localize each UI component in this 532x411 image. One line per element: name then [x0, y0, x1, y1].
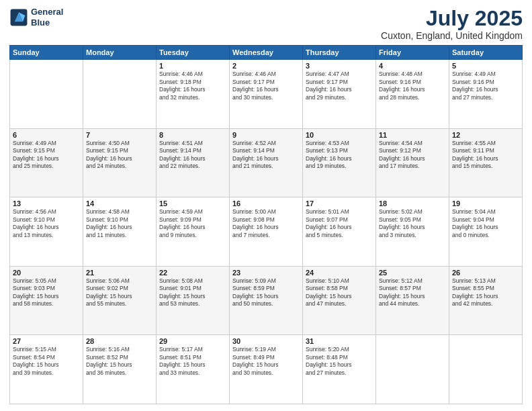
- header: General Blue July 2025 Cuxton, England, …: [9, 7, 523, 41]
- calendar-cell: 4Sunrise: 4:48 AM Sunset: 9:16 PM Daylig…: [376, 60, 449, 129]
- calendar-cell: 19Sunrise: 5:04 AM Sunset: 9:04 PM Dayli…: [449, 197, 523, 267]
- cell-info: Sunrise: 5:16 AM Sunset: 8:52 PM Dayligh…: [86, 346, 153, 377]
- cell-info: Sunrise: 4:47 AM Sunset: 9:17 PM Dayligh…: [306, 71, 373, 101]
- col-header-sunday: Sunday: [10, 46, 83, 60]
- calendar-cell: [449, 335, 523, 404]
- cell-info: Sunrise: 5:09 AM Sunset: 8:59 PM Dayligh…: [232, 277, 300, 308]
- calendar-cell: 15Sunrise: 4:59 AM Sunset: 9:09 PM Dayli…: [157, 197, 230, 267]
- day-number: 2: [232, 62, 300, 70]
- cell-info: Sunrise: 5:19 AM Sunset: 8:49 PM Dayligh…: [232, 346, 300, 377]
- cell-info: Sunrise: 4:56 AM Sunset: 9:10 PM Dayligh…: [13, 208, 80, 239]
- cell-info: Sunrise: 5:08 AM Sunset: 9:01 PM Dayligh…: [159, 277, 226, 308]
- cell-info: Sunrise: 4:49 AM Sunset: 9:16 PM Dayligh…: [452, 71, 519, 101]
- calendar-cell: 2Sunrise: 4:46 AM Sunset: 9:17 PM Daylig…: [230, 60, 303, 129]
- cell-info: Sunrise: 5:10 AM Sunset: 8:58 PM Dayligh…: [306, 277, 373, 308]
- day-number: 7: [86, 131, 153, 139]
- calendar-cell: 3Sunrise: 4:47 AM Sunset: 9:17 PM Daylig…: [303, 60, 376, 129]
- day-number: 3: [306, 62, 373, 70]
- day-number: 6: [13, 131, 80, 139]
- cell-info: Sunrise: 4:52 AM Sunset: 9:14 PM Dayligh…: [232, 140, 300, 171]
- week-row-3: 13Sunrise: 4:56 AM Sunset: 9:10 PM Dayli…: [10, 197, 523, 267]
- cell-info: Sunrise: 5:20 AM Sunset: 8:48 PM Dayligh…: [306, 346, 373, 377]
- day-number: 9: [232, 131, 300, 139]
- day-number: 30: [232, 337, 300, 345]
- calendar-cell: 10Sunrise: 4:53 AM Sunset: 9:13 PM Dayli…: [303, 128, 376, 197]
- cell-info: Sunrise: 4:51 AM Sunset: 9:14 PM Dayligh…: [159, 140, 226, 171]
- day-number: 22: [159, 269, 226, 277]
- calendar-cell: 13Sunrise: 4:56 AM Sunset: 9:10 PM Dayli…: [10, 197, 83, 267]
- day-number: 11: [379, 131, 446, 139]
- calendar-cell: [376, 335, 449, 404]
- cell-info: Sunrise: 5:00 AM Sunset: 9:08 PM Dayligh…: [232, 208, 300, 239]
- day-number: 1: [159, 62, 226, 70]
- logo-text: General Blue: [31, 7, 63, 28]
- calendar-cell: 1Sunrise: 4:46 AM Sunset: 9:18 PM Daylig…: [157, 60, 230, 129]
- page: General Blue July 2025 Cuxton, England, …: [0, 0, 532, 411]
- calendar-cell: 18Sunrise: 5:02 AM Sunset: 9:05 PM Dayli…: [376, 197, 449, 267]
- calendar-cell: 22Sunrise: 5:08 AM Sunset: 9:01 PM Dayli…: [157, 266, 230, 335]
- cell-info: Sunrise: 5:06 AM Sunset: 9:02 PM Dayligh…: [86, 277, 153, 308]
- calendar-cell: 29Sunrise: 5:17 AM Sunset: 8:51 PM Dayli…: [157, 335, 230, 404]
- calendar-cell: 28Sunrise: 5:16 AM Sunset: 8:52 PM Dayli…: [83, 335, 157, 404]
- cell-info: Sunrise: 4:46 AM Sunset: 9:18 PM Dayligh…: [159, 71, 226, 101]
- calendar-cell: 24Sunrise: 5:10 AM Sunset: 8:58 PM Dayli…: [303, 266, 376, 335]
- week-row-1: 1Sunrise: 4:46 AM Sunset: 9:18 PM Daylig…: [10, 60, 523, 129]
- calendar-cell: 8Sunrise: 4:51 AM Sunset: 9:14 PM Daylig…: [157, 128, 230, 197]
- calendar-cell: 16Sunrise: 5:00 AM Sunset: 9:08 PM Dayli…: [230, 197, 303, 267]
- subtitle: Cuxton, England, United Kingdom: [381, 30, 523, 41]
- calendar-cell: 20Sunrise: 5:05 AM Sunset: 9:03 PM Dayli…: [10, 266, 83, 335]
- col-header-monday: Monday: [83, 46, 157, 60]
- cell-info: Sunrise: 5:13 AM Sunset: 8:55 PM Dayligh…: [452, 277, 519, 308]
- day-number: 28: [86, 337, 153, 345]
- day-number: 8: [159, 131, 226, 139]
- day-number: 16: [232, 199, 300, 208]
- calendar-cell: 7Sunrise: 4:50 AM Sunset: 9:15 PM Daylig…: [83, 128, 157, 197]
- week-row-2: 6Sunrise: 4:49 AM Sunset: 9:15 PM Daylig…: [10, 128, 523, 197]
- day-number: 29: [159, 337, 226, 345]
- col-header-wednesday: Wednesday: [230, 46, 303, 60]
- day-number: 25: [379, 269, 446, 277]
- calendar-cell: 9Sunrise: 4:52 AM Sunset: 9:14 PM Daylig…: [230, 128, 303, 197]
- cell-info: Sunrise: 5:15 AM Sunset: 8:54 PM Dayligh…: [13, 346, 80, 377]
- cell-info: Sunrise: 4:58 AM Sunset: 9:10 PM Dayligh…: [86, 208, 153, 239]
- calendar-cell: [10, 60, 83, 129]
- day-number: 31: [306, 337, 373, 345]
- cell-info: Sunrise: 4:54 AM Sunset: 9:12 PM Dayligh…: [379, 140, 446, 171]
- calendar-header-row: SundayMondayTuesdayWednesdayThursdayFrid…: [10, 46, 523, 60]
- day-number: 10: [306, 131, 373, 139]
- day-number: 21: [86, 269, 153, 277]
- day-number: 27: [13, 337, 80, 345]
- day-number: 18: [379, 199, 446, 208]
- calendar-cell: 17Sunrise: 5:01 AM Sunset: 9:07 PM Dayli…: [303, 197, 376, 267]
- logo: General Blue: [9, 7, 63, 28]
- cell-info: Sunrise: 5:17 AM Sunset: 8:51 PM Dayligh…: [159, 346, 226, 377]
- day-number: 24: [306, 269, 373, 277]
- cell-info: Sunrise: 5:02 AM Sunset: 9:05 PM Dayligh…: [379, 208, 446, 239]
- cell-info: Sunrise: 4:46 AM Sunset: 9:17 PM Dayligh…: [232, 71, 300, 101]
- calendar-body: 1Sunrise: 4:46 AM Sunset: 9:18 PM Daylig…: [10, 60, 523, 404]
- main-title: July 2025: [381, 7, 523, 30]
- cell-info: Sunrise: 5:05 AM Sunset: 9:03 PM Dayligh…: [13, 277, 80, 308]
- day-number: 14: [86, 199, 153, 208]
- day-number: 17: [306, 199, 373, 208]
- day-number: 5: [452, 62, 519, 70]
- calendar-cell: 25Sunrise: 5:12 AM Sunset: 8:57 PM Dayli…: [376, 266, 449, 335]
- calendar-cell: 27Sunrise: 5:15 AM Sunset: 8:54 PM Dayli…: [10, 335, 83, 404]
- day-number: 20: [13, 269, 80, 277]
- col-header-tuesday: Tuesday: [157, 46, 230, 60]
- calendar-cell: 12Sunrise: 4:55 AM Sunset: 9:11 PM Dayli…: [449, 128, 523, 197]
- day-number: 12: [452, 131, 519, 139]
- calendar-cell: 30Sunrise: 5:19 AM Sunset: 8:49 PM Dayli…: [230, 335, 303, 404]
- day-number: 15: [159, 199, 226, 208]
- cell-info: Sunrise: 4:59 AM Sunset: 9:09 PM Dayligh…: [159, 208, 226, 239]
- cell-info: Sunrise: 4:50 AM Sunset: 9:15 PM Dayligh…: [86, 140, 153, 171]
- col-header-friday: Friday: [376, 46, 449, 60]
- cell-info: Sunrise: 5:12 AM Sunset: 8:57 PM Dayligh…: [379, 277, 446, 308]
- title-block: July 2025 Cuxton, England, United Kingdo…: [381, 7, 523, 41]
- cell-info: Sunrise: 4:49 AM Sunset: 9:15 PM Dayligh…: [13, 140, 80, 171]
- calendar-cell: 11Sunrise: 4:54 AM Sunset: 9:12 PM Dayli…: [376, 128, 449, 197]
- cell-info: Sunrise: 4:48 AM Sunset: 9:16 PM Dayligh…: [379, 71, 446, 101]
- cell-info: Sunrise: 4:53 AM Sunset: 9:13 PM Dayligh…: [306, 140, 373, 171]
- calendar-cell: 26Sunrise: 5:13 AM Sunset: 8:55 PM Dayli…: [449, 266, 523, 335]
- week-row-4: 20Sunrise: 5:05 AM Sunset: 9:03 PM Dayli…: [10, 266, 523, 335]
